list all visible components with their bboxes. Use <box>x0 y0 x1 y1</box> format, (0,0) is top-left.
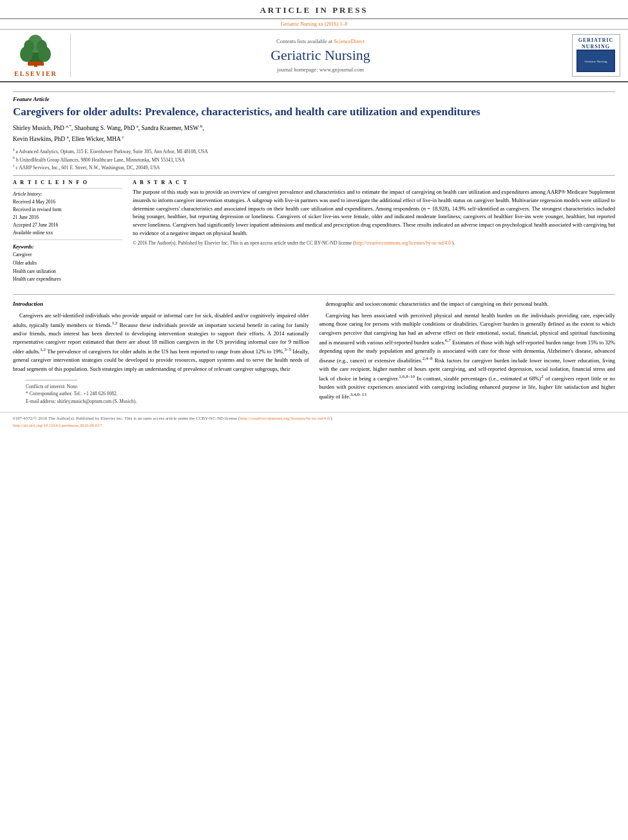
citation-text: Geriatric Nursing xx (2016) 1–8 <box>281 21 348 27</box>
elsevier-logo: ELSEVIER <box>6 33 71 77</box>
svg-text:Geriatric Nursing: Geriatric Nursing <box>584 60 607 63</box>
affiliations: a a Advanced Analytics, Optum, 315 E. Ei… <box>13 147 615 171</box>
introduction-heading: Introduction <box>13 300 309 309</box>
feature-article-label: Feature Article <box>13 96 615 102</box>
authors-line: Shirley Musich, PhD a,*, Shaohung S. Wan… <box>13 123 615 144</box>
keyword-hcu: Health care utilization <box>13 268 122 276</box>
intro-para1: Caregivers are self-identified individua… <box>13 312 309 373</box>
article-title: Caregivers for older adults: Prevalence,… <box>13 105 615 119</box>
journal-homepage: journal homepage: www.gnjournal.com <box>277 66 364 73</box>
affiliation-a: a a Advanced Analytics, Optum, 315 E. Ei… <box>13 147 615 155</box>
footer-text: 0197-4572/© 2016 The Author(s). Publishe… <box>13 416 333 421</box>
logo-title: GERIATRIC NURSING <box>575 37 617 50</box>
section-divider <box>13 294 615 295</box>
abstract-text: The purpose of this study was to provide… <box>133 188 615 247</box>
two-col-section: A R T I C L E I N F O Article history: R… <box>13 180 615 284</box>
svg-point-6 <box>37 40 47 53</box>
info-divider1 <box>13 188 122 189</box>
sciencedirect-label: Contents lists available at ScienceDirec… <box>276 38 365 44</box>
elsevier-tree-icon <box>15 33 57 69</box>
banner-text: ARTICLE IN PRESS <box>260 5 368 15</box>
intro-para3: Caregiving has been associated with perc… <box>319 312 616 401</box>
conflict-note: Conflicts of interest: None. <box>26 383 296 391</box>
article-info-heading: A R T I C L E I N F O <box>13 180 122 185</box>
journal-center: Contents lists available at ScienceDirec… <box>77 33 564 77</box>
divider-mid <box>13 175 615 176</box>
email-note: E-mail address: shirley.musich@optum.com… <box>26 398 296 406</box>
footnote-divider <box>26 380 77 380</box>
abstract-paragraph: The purpose of this study was to provide… <box>133 188 615 238</box>
abstract-heading: A B S T R A C T <box>133 180 615 185</box>
intro-right-body: demographic and socioeconomic characteri… <box>319 300 616 401</box>
doi-link[interactable]: http://dx.doi.org/10.1016/j.gerinurse.20… <box>13 423 102 428</box>
elsevier-name: ELSEVIER <box>14 70 57 77</box>
authors-text: Shirley Musich, PhD a,*, Shaohung S. Wan… <box>13 125 204 142</box>
history-label: Article history: <box>13 191 122 197</box>
corresponding-note: * Corresponding author. Tel.: +1 248 626… <box>26 390 296 398</box>
journal-header: ELSEVIER Contents lists available at Sci… <box>0 30 628 82</box>
info-divider2 <box>13 239 122 240</box>
keywords-label: Keywords: <box>13 244 122 250</box>
abstract-col: A B S T R A C T The purpose of this stud… <box>133 180 615 284</box>
citation-line: Geriatric Nursing xx (2016) 1–8 <box>0 19 628 30</box>
body-section: Introduction Caregivers are self-identif… <box>0 300 628 406</box>
footer-cc-link[interactable]: http://creativecommons.org/licenses/by-n… <box>240 416 330 421</box>
article-info-col: A R T I C L E I N F O Article history: R… <box>13 180 122 284</box>
sciencedirect-link[interactable]: ScienceDirect <box>334 38 365 44</box>
divider-top <box>13 91 615 92</box>
affiliation-c: c c AARP Services, Inc., 601 E. Street, … <box>13 163 615 171</box>
cc-license: © 2016 The Author(s). Published by Elsev… <box>133 240 615 247</box>
accepted-date: Accepted 27 June 2016 <box>13 221 122 229</box>
journal-logo-box: GERIATRIC NURSING Geriatric Nursing <box>572 34 620 77</box>
keyword-older-adults: Older adults <box>13 259 122 268</box>
intro-body: Caregivers are self-identified individua… <box>13 312 309 373</box>
footer-bar: 0197-4572/© 2016 The Author(s). Publishe… <box>0 412 628 432</box>
affiliation-b: b b UnitedHealth Group Alliances, 9800 H… <box>13 155 615 163</box>
journal-title: Geriatric Nursing <box>271 47 370 64</box>
footnotes: Conflicts of interest: None. * Correspon… <box>13 380 309 406</box>
keywords-section: Keywords: Caregiver Older adults Health … <box>13 244 122 284</box>
article-in-press-banner: ARTICLE IN PRESS <box>0 0 628 19</box>
cc-license-link[interactable]: http://creativecommons.org/licenses/by-n… <box>355 240 452 246</box>
svg-rect-7 <box>28 62 44 66</box>
keyword-caregiver: Caregiver <box>13 251 122 259</box>
body-left-col: Introduction Caregivers are self-identif… <box>13 300 309 406</box>
journal-cover-image: Geriatric Nursing <box>576 50 615 72</box>
svg-point-5 <box>24 40 34 53</box>
intro-para2: demographic and socioeconomic characteri… <box>319 300 616 308</box>
body-right-col: demographic and socioeconomic characteri… <box>319 300 616 406</box>
article-content: Feature Article Caregivers for older adu… <box>0 82 628 290</box>
journal-logo-right: GERIATRIC NURSING Geriatric Nursing <box>570 33 622 77</box>
received-revised: Received in revised form21 June 2016 <box>13 206 122 221</box>
keyword-hce: Health care expenditures <box>13 275 122 284</box>
available-online: Available online xxx <box>13 229 122 237</box>
received-date: Received 4 May 2016 <box>13 198 122 206</box>
